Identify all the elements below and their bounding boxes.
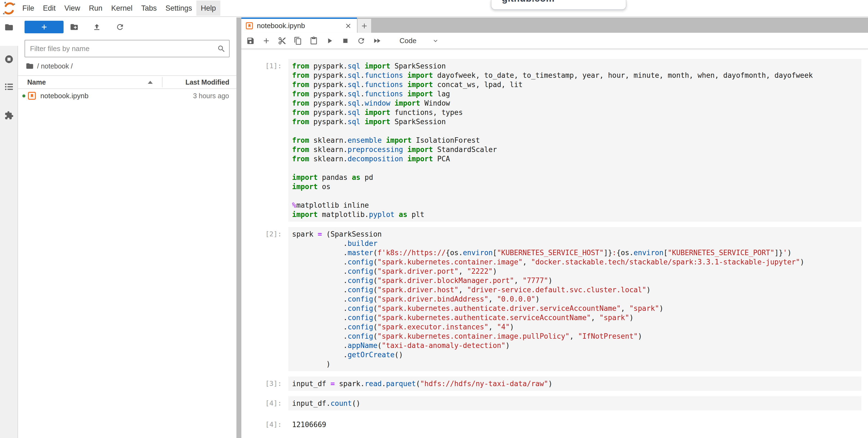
upload-button[interactable] [92, 23, 101, 31]
sidebar-splitter[interactable] [237, 18, 241, 438]
interrupt-kernel-button[interactable] [341, 36, 350, 45]
code-cell: [3]:input_df = spark.read.parquet("hdfs:… [241, 377, 868, 391]
cell-editor[interactable]: spark = (SparkSession .builder .master(f… [288, 227, 862, 371]
column-header-name[interactable]: Name [27, 76, 46, 88]
extensions-icon[interactable] [4, 111, 13, 120]
new-tab-button[interactable] [358, 19, 371, 33]
filter-files-box [25, 40, 229, 57]
cell-editor[interactable]: input_df.count() [288, 396, 862, 410]
plus-icon [40, 23, 48, 31]
menu-items: FileEditViewRunKernelTabsSettingsHelp [18, 0, 220, 17]
input-prompt: [2]: [241, 227, 288, 371]
copy-cells-button[interactable] [294, 36, 302, 45]
close-tab-icon[interactable] [344, 22, 352, 30]
cell-type-value: Code [400, 36, 416, 45]
menu-edit[interactable]: Edit [39, 1, 60, 16]
notebook-file-icon [28, 92, 36, 100]
code-cell: [1]:from pyspark.sql import SparkSession… [241, 59, 868, 222]
menu-tabs[interactable]: Tabs [137, 1, 161, 16]
file-browser-icon[interactable] [4, 23, 13, 32]
running-sessions-icon[interactable] [4, 55, 13, 64]
restart-run-all-button[interactable] [373, 36, 381, 45]
refresh-files-button[interactable] [116, 23, 124, 31]
dock-tab-bar: notebook.ipynb [241, 18, 868, 33]
notebook-panel: notebook.ipynb [241, 18, 868, 438]
cell-editor[interactable]: from pyspark.sql import SparkSessionfrom… [288, 59, 862, 222]
file-row[interactable]: notebook.ipynb 3 hours ago [18, 89, 237, 103]
column-header-modified[interactable]: Last Modified [185, 76, 229, 88]
input-prompt: [1]: [241, 59, 288, 222]
cut-cells-button[interactable] [278, 36, 286, 45]
github-popup: github.com [491, 0, 626, 10]
chevron-down-icon [432, 37, 439, 45]
notebook-tab-icon [246, 22, 253, 29]
notebook-content: [1]:from pyspark.sql import SparkSession… [241, 49, 868, 438]
filter-files-input[interactable] [25, 40, 229, 57]
file-modified: 3 hours ago [193, 89, 229, 103]
breadcrumb[interactable]: / notebook / [26, 61, 73, 71]
file-name: notebook.ipynb [40, 89, 88, 103]
menu-help[interactable]: Help [196, 1, 220, 16]
cell-editor[interactable]: input_df = spark.read.parquet("hdfs://hd… [288, 377, 862, 391]
home-folder-icon[interactable] [26, 62, 34, 70]
input-prompt: [4]: [241, 396, 288, 410]
plus-icon [360, 22, 368, 30]
table-of-contents-icon[interactable] [4, 82, 13, 91]
new-launcher-button[interactable] [25, 21, 64, 33]
paste-cells-button[interactable] [310, 36, 318, 45]
stackable-logo-icon [2, 1, 17, 16]
breadcrumb-path: / notebook / [37, 62, 73, 70]
code-cell: [4]:input_df.count() [241, 396, 868, 410]
code-cell: [2]:spark = (SparkSession .builder .mast… [241, 227, 868, 371]
notebook-toolbar: Code [241, 33, 868, 49]
cell-type-dropdown[interactable]: Code [400, 36, 439, 45]
menu-view[interactable]: View [60, 1, 85, 16]
cell-output: [4]:12106669 [241, 417, 868, 432]
restart-kernel-button[interactable] [357, 36, 365, 45]
search-icon [217, 45, 226, 53]
menu-kernel[interactable]: Kernel [107, 1, 137, 16]
save-button[interactable] [246, 36, 255, 45]
jupyterlab-window: FileEditViewRunKernelTabsSettingsHelp gi… [0, 0, 868, 438]
output-prompt: [4]: [241, 417, 288, 432]
menu-settings[interactable]: Settings [161, 1, 197, 16]
notebook-tab-title: notebook.ipynb [257, 22, 305, 30]
notebook-tab[interactable]: notebook.ipynb [241, 18, 357, 33]
sort-ascending-icon [148, 81, 153, 84]
file-listing: notebook.ipynb 3 hours ago [18, 89, 237, 103]
run-cell-button[interactable] [325, 36, 334, 45]
file-browser-panel: / notebook / Name Last Modified [18, 18, 237, 438]
column-divider [162, 77, 162, 87]
github-popup-text: github.com [502, 0, 555, 4]
file-listing-header: Name Last Modified [18, 75, 237, 89]
plus-icon [262, 36, 271, 45]
activity-bar [0, 18, 18, 438]
output-text: 12106669 [288, 417, 862, 432]
new-folder-button[interactable] [70, 23, 79, 31]
menu-bar: FileEditViewRunKernelTabsSettingsHelp [0, 0, 868, 17]
insert-cell-button[interactable] [262, 36, 271, 45]
input-prompt: [3]: [241, 377, 288, 391]
running-kernel-dot [22, 94, 25, 97]
menu-run[interactable]: Run [85, 1, 107, 16]
menu-file[interactable]: File [18, 1, 39, 16]
